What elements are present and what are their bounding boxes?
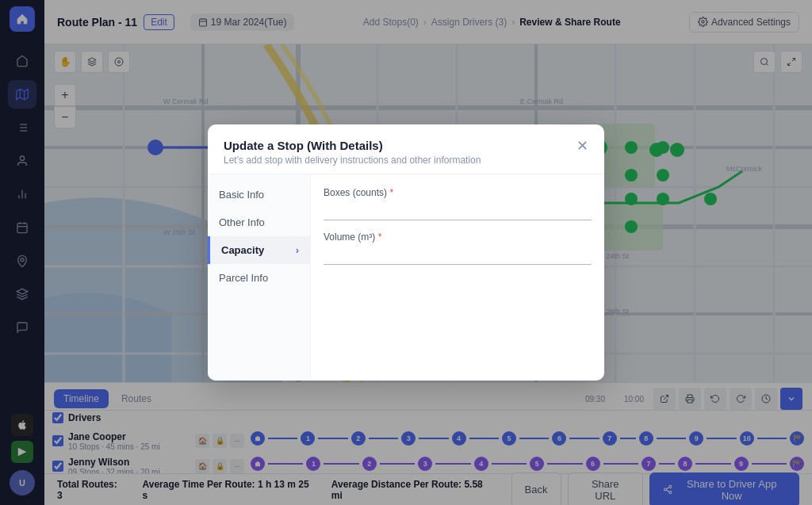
modal-content: Boxes (counts) * Volume (m³) * <box>311 174 604 381</box>
update-stop-modal: Update a Stop (With Details) Let's add s… <box>208 124 604 381</box>
boxes-input[interactable] <box>324 201 592 220</box>
modal-subtitle: Let's add stop with delivery instruction… <box>224 155 481 166</box>
required-asterisk: * <box>389 187 393 198</box>
modal-body: Basic Info Other Info Capacity › Parcel … <box>208 174 604 381</box>
volume-input[interactable] <box>324 246 592 265</box>
modal-nav-parcel-info[interactable]: Parcel Info <box>208 264 310 292</box>
volume-label: Volume (m³) * <box>324 231 592 243</box>
modal-nav-capacity-label: Capacity <box>221 244 264 256</box>
required-asterisk: * <box>378 231 382 243</box>
modal-header: Update a Stop (With Details) Let's add s… <box>208 124 604 174</box>
modal-nav-other-info[interactable]: Other Info <box>208 209 310 236</box>
modal-nav-basic-info[interactable]: Basic Info <box>208 181 310 209</box>
modal-nav: Basic Info Other Info Capacity › Parcel … <box>208 174 311 381</box>
modal-close-button[interactable]: ✕ <box>576 139 588 153</box>
modal-title: Update a Stop (With Details) <box>224 139 481 152</box>
volume-field: Volume (m³) * <box>324 231 592 265</box>
boxes-field: Boxes (counts) * <box>324 187 592 220</box>
modal-nav-capacity[interactable]: Capacity › <box>208 236 310 264</box>
modal-header-text: Update a Stop (With Details) Let's add s… <box>224 139 481 166</box>
boxes-label: Boxes (counts) * <box>324 187 592 198</box>
chevron-right-icon: › <box>296 244 299 256</box>
modal-overlay: Update a Stop (With Details) Let's add s… <box>0 0 812 505</box>
